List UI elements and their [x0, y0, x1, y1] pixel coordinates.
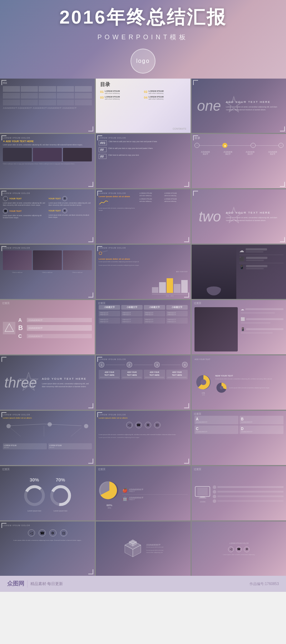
- slide-12[interactable]: 过渡页 ☁: [192, 245, 286, 299]
- step-circle-1: 1: [99, 362, 104, 368]
- slide-2-toc[interactable]: 目录 01 LOREM IPSUM add short tellstorey 0…: [96, 79, 191, 133]
- table-cell-3: 详细内容文字详细内容文字: [145, 312, 164, 315]
- svg-marker-8: [22, 375, 35, 388]
- pie-60-40: [99, 480, 120, 501]
- toc-title: 目录: [100, 81, 186, 88]
- step-00b: 00: [99, 154, 107, 159]
- slide4-header: LOREM IPSUM DOLOR: [3, 137, 92, 139]
- step-line-2: [134, 365, 153, 365]
- slide-13[interactable]: 过渡页 A 点击此处添加文字 B: [0, 300, 95, 354]
- svg-rect-25: [200, 496, 205, 498]
- icon-label-2: ·: [138, 429, 139, 431]
- slide18-add-text: ADD YOUR TEXT: [194, 358, 283, 360]
- slides-grid: 模版 点击此处添加文字 点击此处添: [0, 79, 286, 576]
- lorem-ipsum-label-1: LOREM IPSUM: [139, 192, 163, 194]
- bar-2: [159, 282, 166, 293]
- slide-4[interactable]: LOREM IPSUM DOLOR ✦ ADD YOUR TEXT HERE L…: [0, 134, 95, 188]
- col-add-4: ADD YOUR: [167, 371, 187, 373]
- slide-11[interactable]: LOREM IPSUM DOLOR Lorem ipsum dolor sit …: [96, 245, 191, 299]
- icon-speaker-25: ◁: [28, 529, 35, 536]
- bar-4: [174, 284, 180, 293]
- table-header-1: 小标题文字: [100, 306, 119, 309]
- toc-desc-04: add short tellstorey: [149, 98, 164, 100]
- icon-label-1: ·: [129, 429, 129, 431]
- phone-icon-r: 📱: [241, 327, 245, 331]
- abcd-text-c: 点击此处添加文字: [196, 431, 237, 433]
- contants-label: CONTANTS: [173, 128, 186, 130]
- slide-5[interactable]: LOREM IPSUM DOLOR 001 Click here to add …: [96, 134, 191, 188]
- photo-caption-1: Click to add text: [3, 271, 32, 273]
- col-bar-3: [145, 377, 164, 378]
- footer-tagline: 精品素材·每日更新: [30, 581, 63, 586]
- number-two: two: [196, 209, 221, 225]
- slide-8[interactable]: LOREM IPSUM DOLOR Lorem ipsum dolor sit …: [96, 189, 191, 244]
- step-circle-2: 2: [127, 362, 132, 368]
- slide-18[interactable]: ADD YOUR TEXT 2.3L 4.6K NEW YOUR TEXT Lo…: [192, 355, 286, 410]
- slide-26[interactable]: 点击此处添加文字 Lorem ipsum dolor sit amet Lore…: [96, 521, 191, 576]
- svg-line-17: [71, 428, 82, 436]
- slide-3-one[interactable]: one ADD YOUR TEXT HERE Lorem ipsum dolor…: [192, 79, 286, 133]
- slide-25[interactable]: LOREM IPSUM DOLOR ◁ ☎ ⚙ ⊡ Lorem ipsum do…: [0, 521, 95, 576]
- pct-60: 60%: [99, 504, 120, 507]
- slide-15[interactable]: 过渡页 ☁ ⬜ 📱: [192, 300, 286, 354]
- connector-lines: [3, 420, 92, 442]
- pie1-label2: 4.6K: [202, 394, 205, 396]
- slide-23[interactable]: 过渡页 60% 40% 🍎 点击此处添加文字 详细文字: [96, 466, 191, 520]
- lorem-ipsum-desc-3: add short tellstorey: [139, 200, 163, 202]
- slide18-body-2: Lorem ipsum dolor sit amet consectetur a…: [229, 387, 270, 389]
- icon-gear-row: ⚙: [145, 422, 151, 428]
- slide5-header: LOREM IPSUM DOLOR: [99, 137, 188, 139]
- photo-2: [33, 250, 62, 270]
- slide-9-two[interactable]: two ADD YOUR TEXT HERE Lorem ipsum dolor…: [192, 189, 286, 244]
- table-cell-8: 详细内容文字详细内容文字: [167, 319, 187, 322]
- text-line-4: [241, 322, 271, 324]
- svg-marker-3: [226, 208, 242, 223]
- slide27-text: Lorem ipsum dolor sit amet consectetur a…: [223, 554, 255, 555]
- slide-10[interactable]: LOREM IPSUM DOLOR Click to add text Clic…: [0, 245, 95, 299]
- slide11-header: LOREM IPSUM DOLOR: [99, 247, 150, 249]
- slide-20[interactable]: LOREM IPSUM DOLOR Lorem ipsum dolor sit …: [96, 411, 191, 465]
- slide13-label: 过渡页: [2, 301, 10, 305]
- slide11-body: Lorem ipsum dolor consectetur adipiscing…: [99, 261, 150, 263]
- col-text-4: TEXT HERE: [167, 374, 187, 376]
- slide-27[interactable]: LOREM IPSUM DOLOR ◁ ☎ ⚙ Lorem ipsum dolo…: [192, 521, 286, 576]
- footer-bar: 众图网 精品素材·每日更新 作品编号:1760853: [0, 576, 286, 592]
- svg-rect-26: [199, 498, 206, 498]
- letter-c: C: [18, 333, 25, 339]
- slide7-text-1: Lorem ipsum dolor sit amet, consectetur …: [3, 202, 46, 207]
- slide21-label: 过渡页: [194, 412, 201, 416]
- lorem-ipsum-s2-text: add text: [49, 446, 91, 448]
- lorem-ipsum-label-4: LOREM IPSUM: [164, 198, 188, 200]
- table-cell-2: 详细内容文字详细内容文字: [122, 312, 142, 315]
- slide4-body: Lorem ipsum dolor sit amet, consectetur …: [3, 144, 92, 146]
- slide7-your-text-4: YOUR TEXT: [49, 210, 61, 212]
- step-00b-text: Click here to add text to copy your text…: [108, 154, 139, 156]
- slide-17[interactable]: LOREM IPSUM DOLOR 1 2 3 4 ADD YOUR TEXT …: [96, 355, 191, 410]
- toc-num-01: 01: [100, 90, 104, 94]
- slide-14[interactable]: 过渡页 小标题文字 小标题文字 小标题文字 小标题文字 详细内容文字详细内容文字: [96, 300, 191, 354]
- phone-row: 📱: [239, 265, 284, 270]
- icon-s27-3: ⚙: [244, 546, 250, 552]
- slide-6[interactable]: 目录 ○ ◉ ○ ○ 点击此处添加文字: [192, 134, 286, 188]
- slide-19[interactable]: LOREM IPSUM DOLOR Lorem ipsum dolor sit …: [0, 411, 95, 465]
- hero-title: 2016年终总结汇报: [59, 5, 227, 30]
- add-your-text-label: ADD YOUR TEXT: [152, 271, 188, 273]
- slide-16-three[interactable]: three ADD YOUR TEXT HERE Lorem ipsum dol…: [0, 355, 95, 410]
- cloud-row: ☁: [239, 248, 284, 253]
- slide7-header: LOREM IPSUM DOLOR: [3, 192, 92, 194]
- slide14-label: 过渡页: [98, 301, 105, 305]
- donut-70: [49, 484, 72, 507]
- slide-22[interactable]: 过渡页 30% Lorem ipsum text 70% Lorem ipsum…: [0, 466, 95, 520]
- col-bar-4: [167, 377, 187, 378]
- table-header-3: 小标题文字: [145, 306, 164, 309]
- slide11-title: Lorem ipsum dolor sit ut ahem: [99, 258, 150, 260]
- letter-b: B: [18, 324, 25, 332]
- bar-3: [167, 278, 173, 293]
- slide-7[interactable]: LOREM IPSUM DOLOR ◁ YOUR TEXT Lorem ipsu…: [0, 189, 95, 244]
- toc-desc-01: add short tellstorey: [105, 92, 120, 94]
- text-bar-2: [217, 491, 283, 493]
- slide-1[interactable]: 模版 点击此处添加文字 点击此处添: [0, 79, 95, 133]
- slide-24[interactable]: 过渡页 点击此处: [192, 466, 286, 520]
- slide-21[interactable]: 过渡页 A 点击此处添加文字 B 点击此处添加文字 C 点击此处添加文字 D 点…: [192, 411, 286, 465]
- svg-marker-6: [5, 324, 14, 331]
